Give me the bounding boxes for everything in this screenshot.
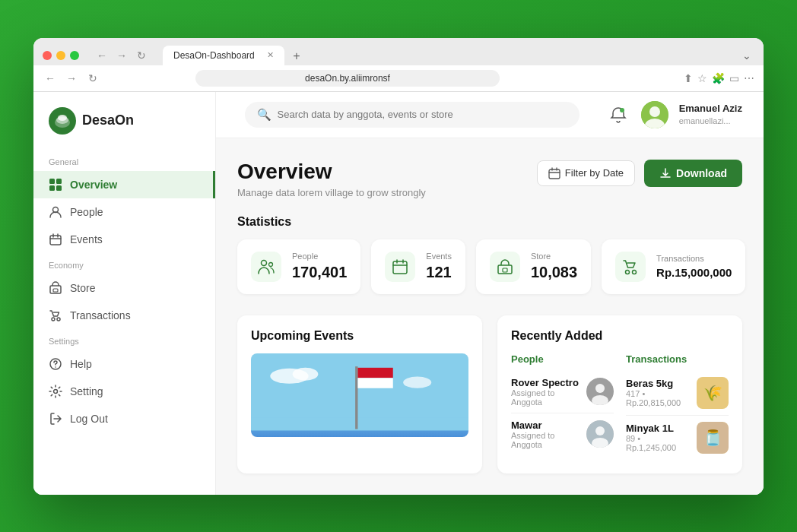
addr-back[interactable]: ← — [43, 71, 58, 86]
browser-chrome-right: ⌄ — [742, 49, 754, 62]
user-info: Emanuel Aziz emanuellazi... — [679, 103, 742, 126]
sidebar-item-events[interactable]: Events — [33, 226, 215, 253]
upcoming-events-title: Upcoming Events — [251, 329, 468, 343]
sidebar-section-economy: Economy Store Transactions — [33, 253, 215, 329]
sidebar-item-logout[interactable]: Log Out — [33, 405, 215, 432]
bookmark-icon: ☆ — [697, 72, 707, 84]
statistics-section: Statistics People 170,401 — [237, 215, 742, 294]
stat-card-people: People 170,401 — [237, 239, 360, 294]
store-icon — [49, 281, 62, 295]
main-content: Overview Manage data lorem village to gr… — [216, 138, 764, 495]
overview-label: Overview — [70, 179, 117, 191]
transactions-icon — [49, 309, 62, 322]
sidebar-item-store[interactable]: Store — [33, 274, 215, 302]
sidebar-item-people[interactable]: People — [33, 198, 215, 226]
svg-rect-9 — [50, 236, 61, 245]
search-icon: 🔍 — [257, 108, 271, 122]
recently-transactions-title: Transactions — [626, 353, 729, 365]
user-avatar — [641, 101, 668, 128]
addr-reload[interactable]: ↻ — [85, 71, 100, 86]
statistics-title: Statistics — [237, 215, 742, 229]
stat-store-icon — [490, 252, 520, 282]
notification-icon[interactable] — [606, 103, 630, 127]
maximize-button[interactable] — [70, 51, 79, 60]
events-icon — [49, 233, 62, 246]
stat-transactions-value: Rp.15,000,000 — [656, 266, 732, 279]
people-label: People — [70, 206, 103, 218]
search-bar[interactable]: 🔍 — [245, 102, 579, 128]
active-tab[interactable]: DesaOn-Dashboard ✕ — [163, 46, 284, 65]
sidebar: DesaOn General Overview People — [33, 92, 216, 495]
page-title-group: Overview Manage data lorem village to gr… — [237, 160, 426, 198]
back-button[interactable]: ← — [94, 48, 110, 63]
person-2-name: Mawar — [511, 420, 579, 431]
person-1-avatar — [586, 378, 614, 405]
stat-events-label: Events — [426, 252, 452, 261]
svg-rect-4 — [49, 179, 55, 184]
svg-point-23 — [269, 262, 273, 266]
minimize-button[interactable] — [56, 51, 65, 60]
help-label: Help — [70, 358, 92, 370]
forward-button[interactable]: → — [114, 48, 129, 63]
section-label-general: General — [33, 150, 215, 171]
reload-button[interactable]: ↻ — [134, 48, 149, 63]
svg-point-13 — [57, 318, 60, 321]
calendar-icon — [548, 167, 560, 179]
help-icon — [49, 357, 62, 371]
svg-point-16 — [54, 389, 58, 393]
recently-people-title: People — [511, 353, 614, 365]
svg-point-31 — [293, 367, 319, 380]
recently-people-col: People Rover Spectro Assigned to Anggota — [511, 353, 614, 460]
stat-card-events: Events 121 — [371, 239, 465, 294]
traffic-lights — [43, 51, 79, 60]
people-icon — [49, 205, 62, 219]
tab-close-icon[interactable]: ✕ — [267, 50, 274, 60]
recently-two-col: People Rover Spectro Assigned to Anggota — [511, 353, 729, 460]
svg-point-38 — [595, 384, 605, 393]
page-header: Overview Manage data lorem village to gr… — [237, 160, 742, 198]
recently-added-title: Recently Added — [511, 329, 729, 343]
svg-point-15 — [55, 366, 56, 368]
sidebar-item-overview[interactable]: Overview — [33, 171, 215, 198]
svg-rect-5 — [56, 179, 62, 184]
sidebar-item-help[interactable]: Help — [33, 350, 215, 378]
person-2-sub: Assigned to Anggota — [511, 431, 579, 449]
browser-nav: ← → ↻ — [94, 48, 149, 63]
download-button[interactable]: Download — [644, 160, 742, 187]
recently-person-2: Mawar Assigned to Anggota — [511, 413, 614, 455]
transaction-1-sub: 417 • Rp.20,815,000 — [626, 389, 689, 407]
header-right: Emanuel Aziz emanuellazi... — [606, 101, 742, 128]
logout-label: Log Out — [70, 413, 108, 425]
url-input[interactable] — [195, 70, 500, 87]
recently-transaction-1: Beras 5kg 417 • Rp.20,815,000 🌾 — [626, 371, 729, 416]
svg-point-12 — [52, 318, 55, 321]
sidebar-item-transactions[interactable]: Transactions — [33, 302, 215, 329]
search-input[interactable] — [278, 109, 567, 120]
close-button[interactable] — [43, 51, 52, 60]
section-label-economy: Economy — [33, 253, 215, 274]
download-icon — [659, 167, 672, 179]
stat-store-value: 10,083 — [531, 264, 577, 281]
svg-rect-24 — [393, 261, 407, 274]
svg-point-27 — [626, 270, 630, 274]
svg-rect-11 — [53, 289, 58, 292]
svg-text:🌾: 🌾 — [703, 384, 722, 402]
svg-rect-34 — [355, 366, 357, 429]
sidebar-item-setting[interactable]: Setting — [33, 378, 215, 405]
event-image — [251, 353, 468, 437]
filter-by-date-button[interactable]: Filter by Date — [537, 160, 635, 186]
logout-icon — [49, 412, 62, 426]
svg-point-32 — [403, 376, 431, 388]
app-container: DesaOn General Overview People — [33, 92, 764, 495]
stat-people-icon — [251, 252, 281, 282]
stat-events-value: 121 — [426, 264, 452, 281]
transaction-2-name: Minyak 1L — [626, 423, 689, 434]
page-actions: Filter by Date Download — [537, 160, 742, 187]
new-tab-button[interactable]: + — [287, 47, 306, 65]
addr-forward[interactable]: → — [64, 71, 79, 86]
sidebar-section-settings: Settings Help Setting — [33, 329, 215, 432]
tab-title: DesaOn-Dashboard — [173, 50, 255, 61]
recently-person-1: Rover Spectro Assigned to Anggota — [511, 371, 614, 413]
stat-transactions-icon — [615, 252, 646, 282]
svg-rect-26 — [503, 268, 507, 272]
